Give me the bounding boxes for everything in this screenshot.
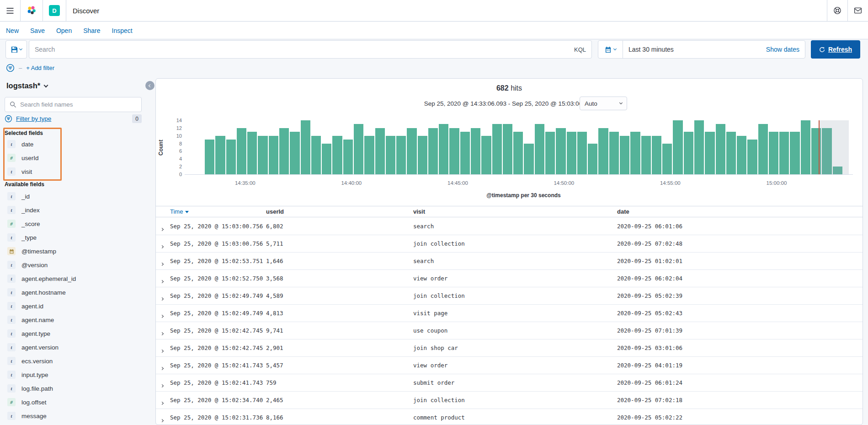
histogram-bar[interactable] — [332, 136, 342, 174]
expand-row-button[interactable] — [161, 224, 163, 232]
histogram-bar[interactable] — [769, 132, 778, 174]
histogram-bar[interactable] — [343, 140, 353, 174]
histogram-bar[interactable] — [481, 136, 491, 174]
search-input[interactable] — [35, 46, 570, 53]
column-header-date[interactable]: date — [617, 208, 629, 215]
expand-row-button[interactable] — [161, 242, 163, 250]
histogram-bar[interactable] — [577, 132, 587, 174]
histogram-bar[interactable] — [705, 132, 714, 174]
histogram-bar[interactable] — [673, 120, 682, 174]
histogram-bar[interactable] — [492, 124, 502, 174]
histogram-bar[interactable] — [439, 124, 448, 174]
histogram-bar[interactable] — [503, 124, 512, 174]
histogram-bar[interactable] — [513, 132, 523, 174]
time-range-value[interactable]: Last 30 minutes — [623, 46, 766, 53]
column-header-time[interactable]: Time — [170, 208, 189, 215]
expand-row-button[interactable] — [161, 328, 163, 337]
field-item-log.file.path[interactable]: tlog.file.path — [5, 382, 146, 395]
index-pattern-switcher[interactable]: logstash* — [6, 81, 48, 90]
expand-row-button[interactable] — [161, 276, 163, 285]
histogram-bar[interactable] — [747, 140, 757, 174]
histogram-bar[interactable] — [460, 132, 470, 174]
collapse-sidebar-button[interactable] — [145, 81, 154, 90]
histogram-bar[interactable] — [641, 136, 651, 174]
histogram-bar[interactable] — [779, 132, 789, 174]
field-item-@version[interactable]: t@version — [5, 258, 146, 272]
main-menu-button[interactable] — [0, 0, 20, 21]
expand-row-button[interactable] — [161, 259, 163, 267]
help-button[interactable] — [827, 0, 847, 21]
histogram-bar[interactable] — [620, 136, 629, 174]
histogram-bar[interactable] — [556, 128, 565, 174]
show-dates-button[interactable]: Show dates — [766, 46, 805, 53]
field-item-_type[interactable]: t_type — [5, 231, 146, 244]
histogram-bar[interactable] — [247, 132, 257, 174]
saved-query-menu-button[interactable] — [5, 40, 27, 59]
column-header-userid[interactable]: userId — [266, 208, 284, 215]
expand-row-button[interactable] — [161, 381, 163, 389]
field-item-@timestamp[interactable]: @timestamp — [5, 244, 146, 258]
histogram-bar[interactable] — [269, 136, 278, 174]
histogram-bar[interactable] — [694, 120, 704, 174]
expand-row-button[interactable] — [161, 415, 163, 424]
histogram-bar[interactable] — [396, 136, 406, 174]
expand-row-button[interactable] — [161, 346, 163, 354]
histogram-bar[interactable] — [428, 128, 438, 174]
histogram-bar[interactable] — [322, 144, 331, 174]
histogram-bar[interactable] — [726, 132, 736, 174]
histogram-bar[interactable] — [290, 132, 299, 174]
histogram-bar[interactable] — [364, 136, 374, 174]
histogram-bar[interactable] — [205, 140, 214, 174]
histogram-bar[interactable] — [662, 144, 672, 174]
expand-row-button[interactable] — [161, 294, 163, 302]
field-item-agent.hostname[interactable]: tagent.hostname — [5, 285, 146, 299]
nav-link-save[interactable]: Save — [30, 27, 45, 34]
histogram-bar[interactable] — [386, 136, 395, 174]
field-item-_index[interactable]: t_index — [5, 203, 146, 217]
histogram-bar[interactable] — [758, 124, 768, 174]
nav-link-inspect[interactable]: Inspect — [112, 27, 133, 34]
field-item-agent.version[interactable]: tagent.version — [5, 340, 146, 354]
elastic-home-button[interactable] — [21, 0, 43, 21]
field-item-log.offset[interactable]: #log.offset — [5, 395, 146, 409]
histogram-bar[interactable] — [737, 136, 746, 174]
interval-select[interactable]: Auto — [580, 97, 627, 110]
histogram-bar[interactable] — [630, 132, 640, 174]
field-item-ecs.version[interactable]: tecs.version — [5, 354, 146, 368]
expand-row-button[interactable] — [161, 311, 163, 319]
field-item-_id[interactable]: t_id — [5, 189, 146, 203]
nav-link-new[interactable]: New — [6, 27, 19, 34]
field-search-input[interactable] — [20, 101, 137, 108]
histogram-bar[interactable] — [279, 128, 289, 174]
histogram-bar[interactable] — [716, 124, 725, 174]
field-item-date[interactable]: tdate — [5, 137, 146, 151]
field-item-agent.ephemeral_id[interactable]: tagent.ephemeral_id — [5, 272, 146, 285]
filter-by-type-button[interactable]: Filter by type — [16, 115, 51, 122]
field-item-visit[interactable]: tvisit — [5, 165, 146, 178]
field-item-input.type[interactable]: tinput.type — [5, 368, 146, 382]
histogram-bar[interactable] — [215, 136, 225, 174]
histogram-bar[interactable] — [588, 144, 597, 174]
field-item-agent.name[interactable]: tagent.name — [5, 313, 146, 327]
add-filter-button[interactable]: + Add filter — [26, 65, 54, 71]
column-header-visit[interactable]: visit — [413, 208, 425, 215]
nav-link-open[interactable]: Open — [56, 27, 72, 34]
histogram-bar[interactable] — [471, 128, 480, 174]
histogram-bar[interactable] — [226, 140, 236, 174]
field-item-agent.type[interactable]: tagent.type — [5, 327, 146, 340]
histogram-bar[interactable] — [801, 120, 810, 174]
histogram-bar[interactable] — [545, 132, 555, 174]
field-item-_score[interactable]: #_score — [5, 217, 146, 231]
histogram-bar[interactable] — [567, 132, 576, 174]
field-item-agent.id[interactable]: tagent.id — [5, 299, 146, 313]
refresh-button[interactable]: Refresh — [811, 40, 860, 59]
histogram-bar[interactable] — [311, 136, 321, 174]
histogram-bar[interactable] — [375, 128, 385, 174]
histogram-bar[interactable] — [418, 136, 427, 174]
histogram-bar[interactable] — [535, 124, 544, 174]
query-language-toggle[interactable]: KQL — [570, 46, 586, 53]
field-item-userId[interactable]: #userId — [5, 151, 146, 165]
histogram-bar[interactable] — [449, 128, 459, 174]
date-quick-menu-button[interactable] — [598, 41, 623, 58]
field-item-message[interactable]: tmessage — [5, 409, 146, 423]
